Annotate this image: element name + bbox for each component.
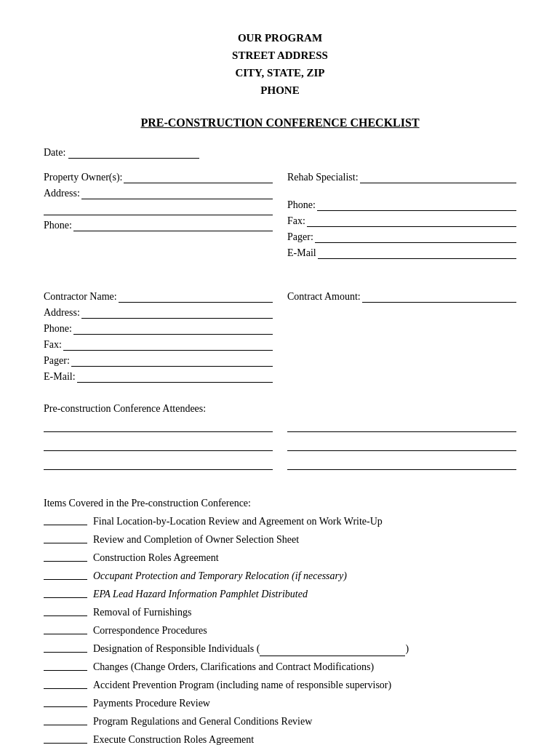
date-label: Date: <box>44 147 65 158</box>
checklist-item-8: Designation of Responsible Individuals (… <box>44 641 516 656</box>
check-blank-2[interactable] <box>44 533 87 543</box>
contractor-phone-row: Phone: <box>44 323 273 335</box>
rehab-phone-label: Phone: <box>287 199 316 211</box>
contractor-address-field[interactable] <box>81 307 273 319</box>
property-owner-row: Property Owner(s): <box>44 172 273 183</box>
rehab-specialist-row: Rehab Specialist: <box>287 172 516 183</box>
owner-phone-field[interactable] <box>73 220 273 231</box>
contractor-address-row: Address: <box>44 307 273 319</box>
contractor-name-row: Contractor Name: <box>44 291 273 303</box>
attendee-line-6[interactable] <box>287 458 516 470</box>
owner-phone-label: Phone: <box>44 220 72 231</box>
contractor-email-field[interactable] <box>77 371 273 383</box>
rehab-fax-field[interactable] <box>307 215 516 227</box>
item-text-10: Accident Prevention Program (including n… <box>93 677 391 693</box>
contractor-pager-row: Pager: <box>44 355 273 367</box>
attendees-col-right <box>287 421 516 470</box>
checklist-item-13: Execute Construction Roles Agreement <box>44 732 516 745</box>
checklist-item-7: Correspondence Procedures <box>44 623 516 638</box>
attendees-label: Pre-construction Conference Attendees: <box>44 403 516 415</box>
header-line2: STREET ADDRESS <box>44 47 516 64</box>
item-text-9: Changes (Change Orders, Clarifications a… <box>93 659 374 674</box>
contractor-pager-label: Pager: <box>44 355 70 367</box>
item-text-3: Construction Roles Agreement <box>93 550 219 565</box>
checklist-item-12: Program Regulations and General Conditio… <box>44 714 516 729</box>
attendee-line-2[interactable] <box>44 439 273 451</box>
attendees-section: Pre-construction Conference Attendees: <box>44 403 516 470</box>
contract-amount-label: Contract Amount: <box>287 291 361 303</box>
attendee-line-5[interactable] <box>287 439 516 451</box>
check-blank-3[interactable] <box>44 551 87 562</box>
contractor-section: Contractor Name: Address: Phone: Fax: Pa… <box>44 291 516 387</box>
date-row: Date: <box>44 147 516 159</box>
rehab-specialist-field[interactable] <box>360 172 516 183</box>
check-blank-8[interactable] <box>44 642 87 653</box>
attendee-line-3[interactable] <box>44 458 273 470</box>
item-text-13: Execute Construction Roles Agreement <box>93 732 254 745</box>
contractor-email-label: E-Mail: <box>44 371 76 383</box>
owner-address-label: Address: <box>44 188 80 199</box>
contract-col: Contract Amount: <box>287 291 516 387</box>
check-blank-9[interactable] <box>44 661 87 671</box>
attendee-line-4[interactable] <box>287 421 516 432</box>
item-text-2: Review and Completion of Owner Selection… <box>93 532 299 547</box>
owner-address-field[interactable] <box>81 188 273 199</box>
contract-amount-field[interactable] <box>362 291 516 303</box>
item-text-11: Payments Procedure Review <box>93 696 210 711</box>
spacer2 <box>44 482 516 490</box>
checklist-item-4: Occupant Protection and Temporary Reloca… <box>44 568 516 583</box>
owner-phone-row: Phone: <box>44 220 273 231</box>
rehab-pager-field[interactable] <box>315 231 516 243</box>
contractor-fax-row: Fax: <box>44 339 273 351</box>
owner-address-row: Address: <box>44 188 273 199</box>
contract-amount-row: Contract Amount: <box>287 291 516 303</box>
owner-address2-field[interactable] <box>44 204 273 215</box>
rehab-pager-row: Pager: <box>287 231 516 243</box>
check-blank-6[interactable] <box>44 606 87 616</box>
contractor-pager-field[interactable] <box>71 355 273 367</box>
rehab-col: Rehab Specialist: Phone: Fax: Pager: E-M… <box>287 172 516 263</box>
rehab-fax-row: Fax: <box>287 215 516 227</box>
contractor-phone-field[interactable] <box>73 323 273 335</box>
check-blank-7[interactable] <box>44 624 87 634</box>
check-blank-11[interactable] <box>44 697 87 707</box>
check-blank-1[interactable] <box>44 515 87 525</box>
responsible-individuals-field[interactable] <box>260 646 405 656</box>
check-blank-12[interactable] <box>44 715 87 725</box>
attendees-col-left <box>44 421 273 470</box>
rehab-phone-row: Phone: <box>287 199 516 211</box>
rehab-email-field[interactable] <box>318 247 516 259</box>
check-blank-13[interactable] <box>44 733 87 744</box>
rehab-pager-label: Pager: <box>287 231 313 243</box>
section-divider1 <box>44 274 516 281</box>
document-title: PRE-CONSTRUCTION CONFERENCE CHECKLIST <box>44 116 516 130</box>
rehab-phone-field[interactable] <box>317 199 516 211</box>
contractor-email-row: E-Mail: <box>44 371 273 383</box>
contractor-name-field[interactable] <box>119 291 273 303</box>
contractor-name-label: Contractor Name: <box>44 291 117 303</box>
date-field[interactable] <box>68 147 199 159</box>
checklist-item-2: Review and Completion of Owner Selection… <box>44 532 516 547</box>
items-label: Items Covered in the Pre-construction Co… <box>44 498 516 509</box>
spacer1 <box>44 393 516 403</box>
checklist-item-3: Construction Roles Agreement <box>44 550 516 565</box>
contractor-fax-field[interactable] <box>63 339 273 351</box>
contractor-phone-label: Phone: <box>44 323 72 335</box>
item-text-12: Program Regulations and General Conditio… <box>93 714 312 729</box>
rehab-specialist-label: Rehab Specialist: <box>287 172 359 183</box>
property-owner-field[interactable] <box>124 172 273 183</box>
checklist-item-1: Final Location-by-Location Review and Ag… <box>44 514 516 529</box>
header-line3: CITY, STATE, ZIP <box>44 64 516 81</box>
item-text-4: Occupant Protection and Temporary Reloca… <box>93 568 347 583</box>
item-text-6: Removal of Furnishings <box>93 605 191 620</box>
item-text-7: Correspondence Procedures <box>93 623 207 638</box>
check-blank-4[interactable] <box>44 570 87 580</box>
checklist-item-9: Changes (Change Orders, Clarifications a… <box>44 659 516 674</box>
check-blank-5[interactable] <box>44 588 87 598</box>
contractor-address-label: Address: <box>44 307 80 319</box>
check-blank-10[interactable] <box>44 679 87 689</box>
rehab-email-row: E-Mail <box>287 247 516 259</box>
attendee-line-1[interactable] <box>44 421 273 432</box>
owner-address2-row <box>44 204 273 215</box>
item-text-5: EPA Lead Hazard Information Pamphlet Dis… <box>93 586 308 602</box>
